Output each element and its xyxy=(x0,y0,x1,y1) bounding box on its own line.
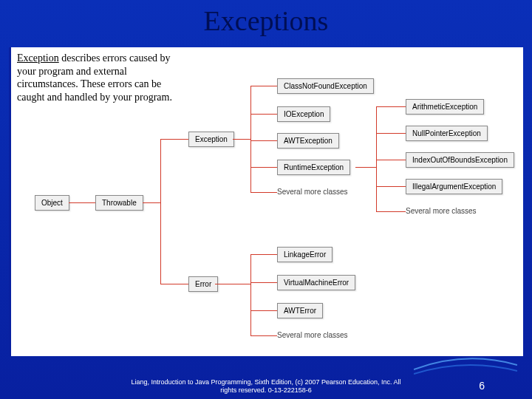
text-more-runtime: Several more classes xyxy=(406,207,477,215)
content-panel: Exception describes errors caused by you… xyxy=(9,47,523,356)
node-awtexception: AWTException xyxy=(277,133,339,149)
node-error: Error xyxy=(188,276,218,292)
node-throwable: Throwable xyxy=(95,195,143,211)
text-more-error: Several more classes xyxy=(277,331,348,339)
decorative-swoosh xyxy=(414,355,517,377)
footer-line-1: Liang, Introduction to Java Programming,… xyxy=(131,378,400,386)
node-indexoutofbounds: IndexOutOfBoundsException xyxy=(406,152,514,168)
slide-title: Exceptions xyxy=(0,0,532,37)
footer-line-2: rights reserved. 0-13-222158-6 xyxy=(220,386,312,394)
node-illegalargument: IllegalArgumentException xyxy=(406,179,502,194)
node-virtualmachineerror: VirtualMachineError xyxy=(277,275,355,290)
node-object: Object xyxy=(35,195,69,211)
node-ioexception: IOException xyxy=(277,106,330,122)
page-number: 6 xyxy=(479,380,485,392)
description-text: Exception describes errors caused by you… xyxy=(17,52,180,103)
text-more-exception: Several more classes xyxy=(277,188,348,196)
node-runtimeexception: RuntimeException xyxy=(277,160,350,175)
node-linkageerror: LinkageError xyxy=(277,247,332,262)
description-lead: Exception xyxy=(17,52,59,64)
node-arithmetic: ArithmeticException xyxy=(406,99,484,115)
node-exception: Exception xyxy=(188,132,234,147)
footer-citation: Liang, Introduction to Java Programming,… xyxy=(0,378,532,395)
node-nullpointer: NullPointerException xyxy=(406,126,488,141)
node-classnotfound: ClassNotFoundException xyxy=(277,78,374,94)
node-awterror: AWTError xyxy=(277,303,323,318)
